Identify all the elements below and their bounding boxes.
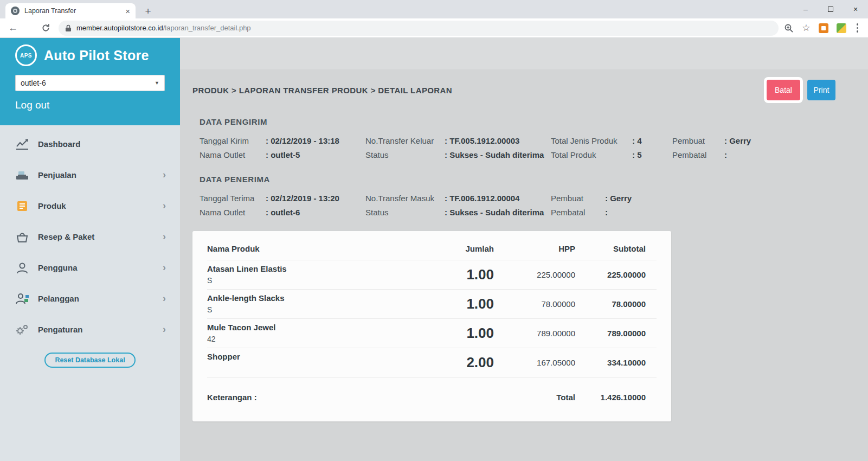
table-row: Ankle-length Slacks S 1.00 78.00000 78.0… (207, 290, 657, 319)
aps-logo: APS (15, 44, 37, 66)
batal-button-focus-ring: Batal (764, 77, 803, 103)
product-name: Atasan Linen Elastis (207, 264, 413, 273)
field-label: Total Produk (551, 150, 632, 159)
product-variant: S (207, 276, 413, 285)
field-label: Total Jenis Produk (551, 136, 632, 145)
sidebar-item-label: Pengguna (38, 263, 163, 272)
field-value: : 5 (632, 150, 672, 159)
content-top-strip (180, 38, 868, 69)
sidebar-item-penjualan[interactable]: Penjualan › (0, 159, 180, 190)
sidebar-item-label: Dashboard (38, 139, 166, 149)
sales-icon (14, 169, 30, 181)
zoom-icon[interactable] (784, 23, 794, 33)
window-maximize-button[interactable] (818, 0, 843, 18)
field-label: Status (365, 208, 445, 217)
sidebar-item-resep-paket[interactable]: Resep & Paket › (0, 221, 180, 252)
field-value: : (724, 150, 868, 159)
product-hpp: 167.05000 (494, 358, 575, 367)
back-icon[interactable]: ← (5, 21, 21, 36)
recipe-icon (14, 231, 30, 243)
field-label: Tanggal Terima (200, 194, 266, 203)
keterangan-label: Keterangan : (207, 393, 413, 402)
sidebar-item-dashboard[interactable]: Dashboard (0, 129, 180, 159)
field-value: : 4 (632, 136, 672, 145)
field-value: : Sukses - Sudah diterima (445, 208, 551, 217)
product-icon (14, 200, 30, 212)
pengirim-fields: Tanggal Kirim : 02/12/2019 - 13:18 No.Tr… (200, 136, 868, 159)
sidebar-item-produk[interactable]: Produk › (0, 190, 180, 221)
window-minimize-button[interactable]: – (793, 0, 818, 18)
product-variant (207, 364, 413, 373)
print-button[interactable]: Print (807, 80, 835, 100)
breadcrumb: PRODUK > LAPORAN TRANSFER PRODUK > DETAI… (192, 86, 764, 95)
column-header: HPP (494, 244, 575, 253)
transfer-info: DATA PENGIRIM Tanggal Kirim : 02/12/2019… (180, 103, 868, 217)
chevron-right-icon: › (163, 293, 166, 304)
column-header: Subtotal (575, 244, 657, 253)
field-label: Nama Outlet (200, 208, 266, 217)
lock-icon (65, 24, 72, 32)
outlet-select[interactable]: outlet-6 ▼ (15, 75, 165, 91)
table-row: Mule Tacon Jewel 42 1.00 789.00000 789.0… (207, 319, 657, 348)
extension-icon-1[interactable] (819, 23, 828, 33)
field-value: : Gerry (724, 136, 868, 145)
table-footer-row: Keterangan : Total 1.426.10000 (207, 393, 657, 402)
product-qty: 1.00 (413, 325, 494, 342)
reset-database-button[interactable]: Reset Database Lokal (44, 353, 135, 368)
product-name: Mule Tacon Jewel (207, 323, 413, 332)
product-subtotal: 789.00000 (575, 329, 657, 338)
browser-menu-icon[interactable] (854, 23, 861, 33)
browser-tab[interactable]: Laporan Transfer × (5, 3, 136, 18)
product-hpp: 789.00000 (494, 329, 575, 338)
field-label: Status (365, 150, 445, 159)
customer-icon (14, 293, 30, 305)
field-label: Pembatal (551, 208, 605, 217)
sidebar-item-label: Resep & Paket (38, 232, 163, 241)
product-qty: 2.00 (413, 354, 494, 371)
field-label: Nama Outlet (200, 150, 266, 159)
sidebar: APS Auto Pilot Store outlet-6 ▼ Log out … (0, 38, 180, 461)
field-value: : TF.005.1912.00003 (445, 136, 551, 145)
field-value: : outlet-6 (266, 208, 365, 217)
table-row: Shopper 2.00 167.05000 334.10000 (207, 348, 657, 377)
tab-strip: Laporan Transfer × + – × (0, 0, 868, 18)
product-subtotal: 225.00000 (575, 270, 657, 279)
chevron-right-icon: › (163, 262, 166, 273)
column-header: Jumlah (413, 244, 494, 253)
reload-icon[interactable] (38, 21, 53, 36)
product-variant: 42 (207, 335, 413, 344)
tab-close-icon[interactable]: × (125, 7, 130, 15)
sidebar-item-label: Pelanggan (38, 294, 163, 303)
sidebar-item-label: Penjualan (38, 170, 163, 180)
window-close-button[interactable]: × (843, 0, 868, 18)
product-subtotal: 78.00000 (575, 299, 657, 309)
logout-link[interactable]: Log out (15, 99, 49, 111)
product-name: Shopper (207, 352, 413, 361)
maximize-icon (828, 7, 833, 12)
chevron-down-icon: ▼ (155, 80, 159, 86)
dashboard-icon (14, 138, 30, 150)
field-value: : 02/12/2019 - 13:18 (266, 136, 365, 145)
sidebar-item-label: Pengaturan (38, 325, 163, 334)
total-label: Total (494, 393, 575, 402)
chevron-right-icon: › (163, 169, 166, 181)
product-hpp: 78.00000 (494, 299, 575, 309)
sidebar-item-pengguna[interactable]: Pengguna › (0, 252, 180, 283)
total-value: 1.426.10000 (575, 393, 657, 402)
sidebar-item-pelanggan[interactable]: Pelanggan › (0, 283, 180, 314)
pengirim-section-title: DATA PENGIRIM (200, 117, 868, 126)
extension-icon-2[interactable] (837, 23, 846, 33)
sidebar-item-pengaturan[interactable]: Pengaturan › (0, 314, 180, 345)
new-tab-button[interactable]: + (140, 4, 156, 18)
batal-button[interactable]: Batal (767, 80, 800, 100)
browser-toolbar: ← member.autopilotstore.co.id/laporan_tr… (0, 18, 868, 38)
penerima-fields: Tanggal Terima : 02/12/2019 - 13:20 No.T… (200, 194, 868, 217)
sidebar-item-label: Produk (38, 201, 163, 210)
product-table-card: Nama Produk Jumlah HPP Subtotal Atasan L… (192, 231, 671, 421)
table-row: Atasan Linen Elastis S 1.00 225.00000 22… (207, 260, 657, 290)
sidebar-header: APS Auto Pilot Store outlet-6 ▼ Log out (0, 38, 180, 125)
chevron-right-icon: › (163, 231, 166, 242)
field-label: No.Transfer Keluar (365, 136, 445, 145)
bookmark-star-icon[interactable]: ☆ (802, 23, 810, 33)
address-bar[interactable]: member.autopilotstore.co.id/laporan_tran… (59, 21, 779, 36)
